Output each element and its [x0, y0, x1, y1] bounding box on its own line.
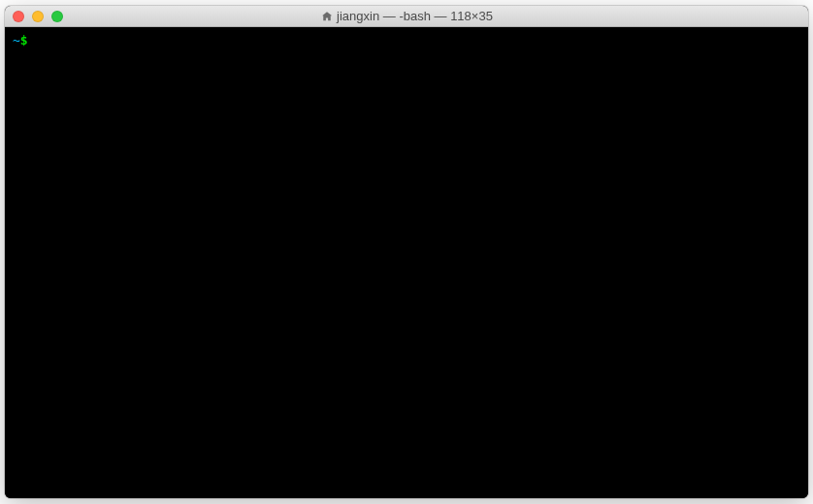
prompt-line: ~$	[13, 33, 800, 49]
titlebar[interactable]: jiangxin — -bash — 118×35	[5, 6, 808, 27]
prompt-path: ~	[13, 33, 20, 49]
home-icon	[320, 10, 333, 22]
window-title: jiangxin — -bash — 118×35	[337, 9, 493, 23]
close-button[interactable]	[13, 11, 24, 22]
title-container: jiangxin — -bash — 118×35	[5, 9, 808, 23]
terminal-body[interactable]: ~$	[5, 27, 808, 498]
prompt-symbol: $	[20, 33, 28, 49]
traffic-lights	[13, 11, 63, 22]
zoom-button[interactable]	[51, 11, 63, 22]
terminal-window: jiangxin — -bash — 118×35 ~$	[5, 6, 808, 498]
minimize-button[interactable]	[32, 11, 44, 22]
